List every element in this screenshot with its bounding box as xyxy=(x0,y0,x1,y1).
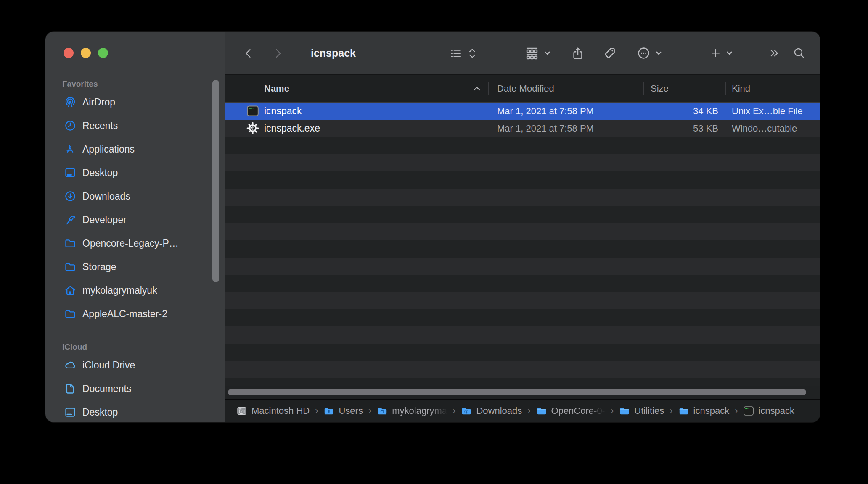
file-row-icnspack[interactable]: icnspackMar 1, 2021 at 7:58 PM34 KBUnix … xyxy=(225,103,820,120)
chevron-down-icon xyxy=(655,50,662,57)
path-crumb-mykolagryma[interactable]: mykolagryma xyxy=(377,405,447,416)
column-divider[interactable] xyxy=(725,82,726,95)
path-crumb-downloads[interactable]: Downloads xyxy=(461,405,522,416)
sidebar-item-icloud-drive[interactable]: iCloud Drive xyxy=(45,353,225,377)
airdrop-icon xyxy=(64,96,77,108)
download-circle-icon xyxy=(64,190,77,203)
sidebar-item-desktop[interactable]: Desktop xyxy=(45,161,225,184)
terminal-file-icon xyxy=(246,105,259,117)
path-crumb-icnspack[interactable]: icnspack xyxy=(678,405,730,416)
sidebar-section-header: iCloud xyxy=(45,341,225,353)
path-crumb-label: icnspack xyxy=(758,405,794,416)
path-separator: › xyxy=(527,405,530,416)
folder-download-icon xyxy=(461,405,472,416)
folder-home-icon xyxy=(377,405,388,416)
forward-button[interactable] xyxy=(272,32,284,75)
tags-button[interactable] xyxy=(603,32,617,75)
group-button[interactable] xyxy=(525,32,551,75)
path-crumb-users[interactable]: Users xyxy=(323,405,363,416)
sidebar-item-applications[interactable]: Applications xyxy=(45,137,225,161)
path-separator: › xyxy=(453,405,455,416)
chevron-down-icon xyxy=(726,50,733,57)
column-divider[interactable] xyxy=(488,82,489,95)
finder-window: FavoritesAirDropRecentsApplicationsDeskt… xyxy=(45,32,820,422)
minimize-button[interactable] xyxy=(81,48,91,58)
back-button[interactable] xyxy=(242,32,255,75)
sidebar-item-label: Storage xyxy=(82,261,116,273)
sidebar-item-applealc-master-2[interactable]: AppleALC-master-2 xyxy=(45,302,225,326)
sidebar-item-desktop[interactable]: Desktop xyxy=(45,400,225,422)
sidebar-item-airdrop[interactable]: AirDrop xyxy=(45,90,225,114)
sidebar-item-storage[interactable]: Storage xyxy=(45,255,225,279)
tag-icon xyxy=(603,47,617,60)
folder-icon xyxy=(64,237,77,250)
chevron-down-icon xyxy=(544,50,551,57)
path-crumb-label: icnspack xyxy=(693,405,730,416)
folder-icon xyxy=(64,260,77,273)
column-header-size[interactable]: Size xyxy=(651,75,669,103)
sidebar-item-downloads[interactable]: Downloads xyxy=(45,184,225,208)
path-bar: Macintosh HD›Users›mykolagryma›Downloads… xyxy=(225,399,820,422)
search-button[interactable] xyxy=(793,32,806,75)
path-crumb-label: Downloads xyxy=(476,405,522,416)
folder-filled-icon xyxy=(619,405,630,416)
search-icon xyxy=(793,47,806,60)
column-header-name[interactable]: Name xyxy=(264,75,289,103)
clock-icon xyxy=(64,119,77,132)
sidebar-sections: FavoritesAirDropRecentsApplicationsDeskt… xyxy=(45,78,225,422)
list-view-icon xyxy=(449,47,463,60)
sidebar-item-developer[interactable]: Developer xyxy=(45,208,225,231)
document-icon xyxy=(64,382,77,395)
path-separator: › xyxy=(735,405,738,416)
content-area: icnspack Name Date Modified Size Kind ic… xyxy=(225,32,820,422)
file-kind: Windo…cutable xyxy=(732,120,797,137)
share-button[interactable] xyxy=(571,32,585,75)
path-separator: › xyxy=(315,405,318,416)
sidebar-item-documents[interactable]: Documents xyxy=(45,377,225,400)
column-header-date-modified[interactable]: Date Modified xyxy=(497,75,554,103)
sidebar-item-opencore-legacy-p[interactable]: Opencore-Legacy-P… xyxy=(45,231,225,255)
zoom-button[interactable] xyxy=(98,48,108,58)
path-crumb-label: mykolagryma xyxy=(392,405,447,416)
ellipsis-circle-icon xyxy=(637,46,651,60)
file-name: icnspack xyxy=(264,103,302,120)
sidebar-item-label: Desktop xyxy=(82,167,118,179)
path-crumb-label: Users xyxy=(339,405,363,416)
column-divider[interactable] xyxy=(643,82,644,95)
file-date-modified: Mar 1, 2021 at 7:58 PM xyxy=(497,103,594,120)
more-actions-button[interactable] xyxy=(637,32,662,75)
sidebar-item-recents[interactable]: Recents xyxy=(45,114,225,137)
path-crumb-icnspack[interactable]: icnspack xyxy=(743,405,794,416)
sidebar-item-label: AppleALC-master-2 xyxy=(82,308,167,320)
path-crumb-opencore-0[interactable]: OpenCore-0- xyxy=(536,405,605,416)
toolbar: icnspack xyxy=(225,32,820,75)
share-icon xyxy=(571,47,585,60)
list-header: Name Date Modified Size Kind xyxy=(225,75,820,103)
column-header-kind[interactable]: Kind xyxy=(732,75,750,103)
file-row-icnspack-exe[interactable]: icnspack.exeMar 1, 2021 at 7:58 PM53 KBW… xyxy=(225,120,820,137)
harddrive-icon xyxy=(236,405,247,416)
file-date-modified: Mar 1, 2021 at 7:58 PM xyxy=(497,120,594,137)
sidebar-item-label: AirDrop xyxy=(82,97,115,108)
view-options-button[interactable] xyxy=(449,32,477,75)
path-crumb-utilities[interactable]: Utilities xyxy=(619,405,664,416)
new-folder-button[interactable] xyxy=(710,32,733,75)
path-crumb-label: Macintosh HD xyxy=(251,405,310,416)
sidebar-item-label: Applications xyxy=(82,144,135,155)
sidebar-scrollbar[interactable] xyxy=(212,80,219,282)
file-kind: Unix Ex…ble File xyxy=(732,103,803,120)
double-chevron-icon xyxy=(768,47,780,59)
overflow-button[interactable] xyxy=(768,32,780,75)
path-separator: › xyxy=(670,405,672,416)
path-crumb-macintosh-hd[interactable]: Macintosh HD xyxy=(236,405,310,416)
group-view-icon xyxy=(525,46,539,60)
desktop-icon xyxy=(64,406,77,418)
sidebar-item-mykolagrymalyuk[interactable]: mykolagrymalyuk xyxy=(45,279,225,302)
close-button[interactable] xyxy=(64,48,74,58)
sidebar-item-label: iCloud Drive xyxy=(82,360,135,371)
appstore-icon xyxy=(64,143,77,155)
horizontal-scrollbar[interactable] xyxy=(228,389,806,395)
file-size: 34 KB xyxy=(693,103,718,120)
folder-icon xyxy=(64,308,77,320)
file-list: icnspackMar 1, 2021 at 7:58 PM34 KBUnix … xyxy=(225,103,820,386)
